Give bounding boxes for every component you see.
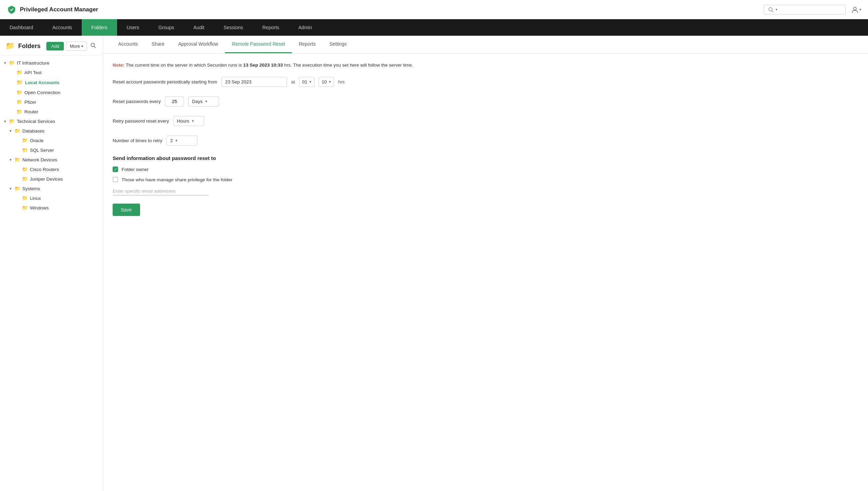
note-text: The current time on the server in which …	[126, 62, 243, 68]
tree-item-tech-services[interactable]: ▾📁Technical Services	[0, 116, 103, 126]
nav-item-users[interactable]: Users	[117, 19, 149, 36]
expand-arrow[interactable]: ▾	[4, 61, 6, 65]
retry-count-arrow-icon: ▾	[175, 138, 178, 143]
minute-select[interactable]: 10 ▾	[319, 77, 334, 87]
tab-reports[interactable]: Reports	[292, 36, 322, 53]
tree-item-label: IT Infrastructure	[17, 60, 49, 66]
tree-item-label: Windows	[30, 205, 49, 210]
nav-item-dashboard[interactable]: Dashboard	[0, 19, 43, 36]
tree-item-juniper-devices[interactable]: 📁Juniper Devices	[0, 174, 103, 184]
tab-settings[interactable]: Settings	[322, 36, 354, 53]
search-input[interactable]	[779, 7, 841, 12]
tree-item-open-connection[interactable]: 📁Open Connection	[0, 88, 103, 97]
retry-unit-value: Hours	[177, 118, 189, 124]
folder-icon: 📁	[16, 70, 22, 75]
search-folders-button[interactable]	[89, 41, 97, 51]
tree-item-systems[interactable]: ▾📁Systems	[0, 184, 103, 193]
folder-owner-label: Folder owner	[122, 167, 149, 172]
search-dropdown-arrow[interactable]: ▾	[776, 8, 777, 11]
nav-item-folders[interactable]: Folders	[82, 19, 117, 36]
nav-bar: DashboardAccountsFoldersUsersGroupsAudit…	[0, 19, 868, 36]
tree-item-label: Linux	[30, 196, 41, 201]
every-unit-select[interactable]: Days ▾	[188, 96, 219, 106]
search-bar[interactable]: ▾	[764, 5, 846, 14]
expand-arrow[interactable]: ▾	[10, 158, 12, 162]
hour-arrow-icon: ▾	[309, 80, 311, 84]
tab-approval-workflow[interactable]: Approval Workflow	[171, 36, 225, 53]
folder-icon: 📁	[9, 60, 15, 66]
tree-item-label: Technical Services	[17, 119, 55, 124]
reset-date-input[interactable]	[221, 77, 287, 87]
tree-item-label: SQL Server	[30, 148, 54, 153]
user-menu-button[interactable]: ▾	[851, 6, 861, 13]
nav-item-accounts[interactable]: Accounts	[43, 19, 82, 36]
tree-item-oracle[interactable]: 📁Oracle	[0, 136, 103, 145]
save-button[interactable]: Save	[113, 204, 140, 216]
tree-item-label: Local Accounts	[25, 80, 59, 85]
tree-item-label: Router	[24, 109, 38, 114]
manage-share-checkbox[interactable]	[113, 177, 118, 182]
content-area: AccountsShareApproval WorkflowRemote Pas…	[103, 36, 868, 491]
folder-icon: 📁	[14, 157, 20, 162]
tree-item-label: API Test	[24, 70, 42, 75]
hour-select[interactable]: 01 ▾	[299, 77, 315, 87]
main-layout: 📁 Folders Add More ▾ ▾📁IT Infrastructure…	[0, 36, 868, 491]
tree-item-cisco-routers[interactable]: 📁Cisco Routers	[0, 164, 103, 174]
every-unit-value: Days	[192, 99, 203, 104]
tab-share[interactable]: Share	[145, 36, 171, 53]
sidebar-title-area: 📁 Folders	[5, 42, 41, 50]
topbar-right: ▾ ▾	[764, 5, 861, 14]
retry-count-value: 2	[170, 138, 173, 143]
tree-item-pfizer[interactable]: 📁Pfizer	[0, 97, 103, 107]
content-tabs: AccountsShareApproval WorkflowRemote Pas…	[103, 36, 868, 54]
nav-item-admin[interactable]: Admin	[289, 19, 322, 36]
retry-unit-arrow-icon: ▾	[192, 119, 194, 123]
tree-item-router[interactable]: 📁Router	[0, 107, 103, 116]
tree-item-label: Network Devices	[22, 157, 57, 162]
nav-item-audit[interactable]: Audit	[184, 19, 214, 36]
every-label: Reset passwords every	[113, 99, 161, 104]
tree-item-databases[interactable]: ▾📁Databases	[0, 126, 103, 136]
svg-line-2	[772, 11, 773, 12]
tab-remote-password-reset[interactable]: Remote Password Reset	[225, 36, 292, 53]
nav-item-sessions[interactable]: Sessions	[214, 19, 253, 36]
tree-item-local-accounts[interactable]: 📁Local Accounts	[0, 77, 103, 88]
content-body: Note: The current time on the server in …	[103, 54, 868, 224]
add-button[interactable]: Add	[46, 42, 64, 50]
tab-accounts[interactable]: Accounts	[111, 36, 145, 53]
folder-icon: 📁	[16, 79, 23, 85]
reset-every-row: Reset passwords every Days ▾	[113, 96, 858, 106]
note-label: Note:	[113, 62, 125, 68]
nav-item-groups[interactable]: Groups	[149, 19, 184, 36]
expand-arrow[interactable]: ▾	[10, 186, 12, 191]
tree-item-api-test[interactable]: 📁API Test	[0, 68, 103, 77]
folder-icon: 📁	[22, 205, 28, 210]
tree-item-linux[interactable]: 📁Linux	[0, 193, 103, 203]
tree-item-label: Databases	[22, 128, 45, 134]
every-number-input[interactable]	[165, 96, 184, 106]
sidebar-header: 📁 Folders Add More ▾	[0, 36, 103, 55]
folder-icon: 📁	[16, 99, 22, 105]
tree-item-windows[interactable]: 📁Windows	[0, 203, 103, 213]
folder-owner-checkbox[interactable]	[113, 167, 118, 172]
more-button[interactable]: More ▾	[66, 42, 87, 51]
tree-item-it-infra[interactable]: ▾📁IT Infrastructure	[0, 58, 103, 68]
every-unit-arrow-icon: ▾	[205, 99, 207, 104]
hour-value: 01	[302, 79, 307, 84]
folder-icon: 📁	[14, 186, 20, 191]
email-addresses-input[interactable]	[113, 187, 209, 195]
note-suffix: hrs. The execution time you set here wil…	[284, 62, 413, 68]
folder-icon: 📁	[9, 118, 15, 124]
tree-item-network-devices[interactable]: ▾📁Network Devices	[0, 155, 103, 164]
tree-item-label: Systems	[22, 186, 40, 191]
reset-periodically-label: Reset account passwords periodically sta…	[113, 79, 217, 84]
expand-arrow[interactable]: ▾	[4, 119, 6, 124]
retry-unit-select[interactable]: Hours ▾	[173, 116, 204, 126]
minute-arrow-icon: ▾	[329, 80, 331, 84]
nav-item-reports[interactable]: Reports	[253, 19, 289, 36]
tree-item-sql-server[interactable]: 📁SQL Server	[0, 145, 103, 155]
tree-item-label: Cisco Routers	[30, 167, 59, 172]
expand-arrow[interactable]: ▾	[10, 129, 12, 133]
retry-count-select[interactable]: 2 ▾	[167, 136, 197, 146]
folder-icon: 📁	[22, 195, 28, 201]
